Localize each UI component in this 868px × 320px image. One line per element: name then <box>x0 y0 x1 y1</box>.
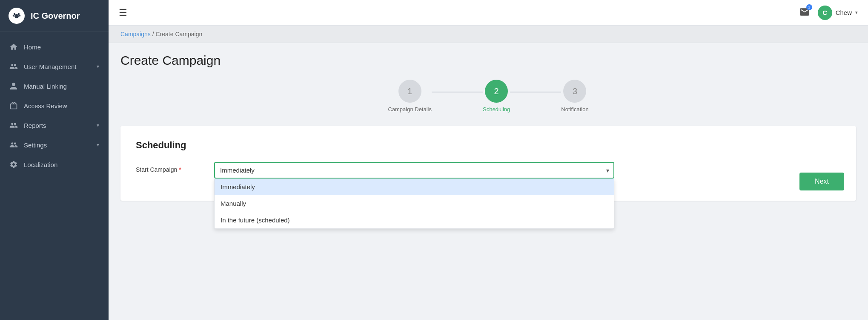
paw-icon <box>11 11 22 21</box>
sidebar-nav: Home User Management ▾ Manual Linking Ac… <box>0 32 109 320</box>
topbar: ☰ 1 C Chew ▾ <box>109 0 868 26</box>
step-2-label: Scheduling <box>483 106 510 112</box>
step-1-number: 1 <box>407 86 412 96</box>
start-campaign-row: Start Campaign * Immediately ▾ Immediate… <box>136 162 841 179</box>
badge-icon <box>9 101 18 110</box>
step-1-wrap: 1 Campaign Details <box>388 80 432 112</box>
start-campaign-dropdown: Immediately Manually In the future (sche… <box>214 179 614 229</box>
settings-icon <box>9 141 18 149</box>
next-button[interactable]: Next <box>799 173 844 190</box>
page-title: Create Campaign <box>120 53 856 68</box>
step-1-label: Campaign Details <box>388 106 432 112</box>
dropdown-option-scheduled[interactable]: In the future (scheduled) <box>215 212 614 228</box>
dropdown-option-immediately[interactable]: Immediately <box>215 179 614 195</box>
scheduling-title: Scheduling <box>136 140 841 151</box>
svg-point-1 <box>14 13 15 15</box>
sidebar: IC Governor Home User Management ▾ Manua… <box>0 0 109 320</box>
sidebar-item-user-management[interactable]: User Management ▾ <box>0 57 109 76</box>
sidebar-item-user-management-label: User Management <box>24 63 91 70</box>
sidebar-item-settings-label: Settings <box>24 141 91 149</box>
stepper: 1 Campaign Details 2 Scheduling 3 <box>120 80 856 112</box>
select-value: Immediately <box>220 167 255 174</box>
user-icon <box>9 82 18 90</box>
sidebar-item-access-review[interactable]: Access Review <box>0 96 109 115</box>
topbar-left: ☰ <box>119 7 127 18</box>
topbar-right: 1 C Chew ▾ <box>799 6 858 20</box>
users-icon <box>9 62 18 71</box>
sidebar-item-home-label: Home <box>24 43 99 51</box>
home-icon <box>9 43 18 51</box>
svg-point-3 <box>13 15 14 17</box>
mail-badge: 1 <box>806 4 812 10</box>
step-2-wrap: 2 Scheduling <box>483 80 510 112</box>
sidebar-item-localization-label: Localization <box>24 161 99 168</box>
hamburger-button[interactable]: ☰ <box>119 7 127 18</box>
user-management-arrow: ▾ <box>97 63 99 69</box>
reports-icon <box>9 121 18 130</box>
sidebar-item-access-review-label: Access Review <box>24 102 99 110</box>
sidebar-item-reports[interactable]: Reports ▾ <box>0 115 109 135</box>
sidebar-item-settings[interactable]: Settings ▾ <box>0 135 109 155</box>
sidebar-item-reports-label: Reports <box>24 122 91 129</box>
start-campaign-label: Start Campaign * <box>136 162 204 173</box>
gear-icon <box>9 160 18 169</box>
user-menu[interactable]: C Chew ▾ <box>818 6 858 20</box>
sidebar-logo[interactable]: IC Governor <box>0 0 109 32</box>
chevron-down-icon: ▾ <box>855 10 858 15</box>
breadcrumb-campaigns-link[interactable]: Campaigns <box>120 31 151 37</box>
app-logo-icon <box>9 8 25 24</box>
main-content: ☰ 1 C Chew ▾ Campaigns / Create Campaign… <box>109 0 868 320</box>
step-2-circle: 2 <box>485 80 508 103</box>
app-name: IC Governor <box>31 11 80 21</box>
step-3-label: Notification <box>561 106 588 112</box>
sidebar-item-manual-linking[interactable]: Manual Linking <box>0 76 109 96</box>
required-marker: * <box>179 166 181 173</box>
svg-point-4 <box>19 15 21 17</box>
card-actions: Next <box>799 173 844 190</box>
scheduling-card: Scheduling Start Campaign * Immediately … <box>120 126 856 201</box>
sidebar-item-manual-linking-label: Manual Linking <box>24 83 99 90</box>
step-2-number: 2 <box>494 86 499 96</box>
dropdown-option-manually[interactable]: Manually <box>215 195 614 212</box>
step-connector-2 <box>510 92 561 92</box>
settings-arrow: ▾ <box>97 142 99 148</box>
avatar: C <box>818 6 832 20</box>
reports-arrow: ▾ <box>97 122 99 128</box>
step-3-number: 3 <box>573 86 577 96</box>
step-connector-1 <box>432 92 483 92</box>
page-content: Campaigns / Create Campaign Create Campa… <box>109 26 868 320</box>
mail-button[interactable]: 1 <box>799 6 810 19</box>
breadcrumb-current: Create Campaign <box>156 31 203 37</box>
svg-point-2 <box>18 13 20 15</box>
start-campaign-select[interactable]: Immediately <box>214 162 614 179</box>
user-name: Chew <box>836 9 852 16</box>
breadcrumb: Campaigns / Create Campaign <box>109 26 868 43</box>
sidebar-item-localization[interactable]: Localization <box>0 155 109 174</box>
step-3-wrap: 3 Notification <box>561 80 588 112</box>
breadcrumb-separator: / <box>152 31 154 37</box>
step-1-circle: 1 <box>398 80 421 103</box>
sidebar-item-home[interactable]: Home <box>0 37 109 57</box>
page-inner: Create Campaign 1 Campaign Details 2 Sch… <box>109 43 868 211</box>
step-3-circle: 3 <box>563 80 586 103</box>
start-campaign-select-wrap: Immediately ▾ Immediately Manually <box>214 162 614 179</box>
